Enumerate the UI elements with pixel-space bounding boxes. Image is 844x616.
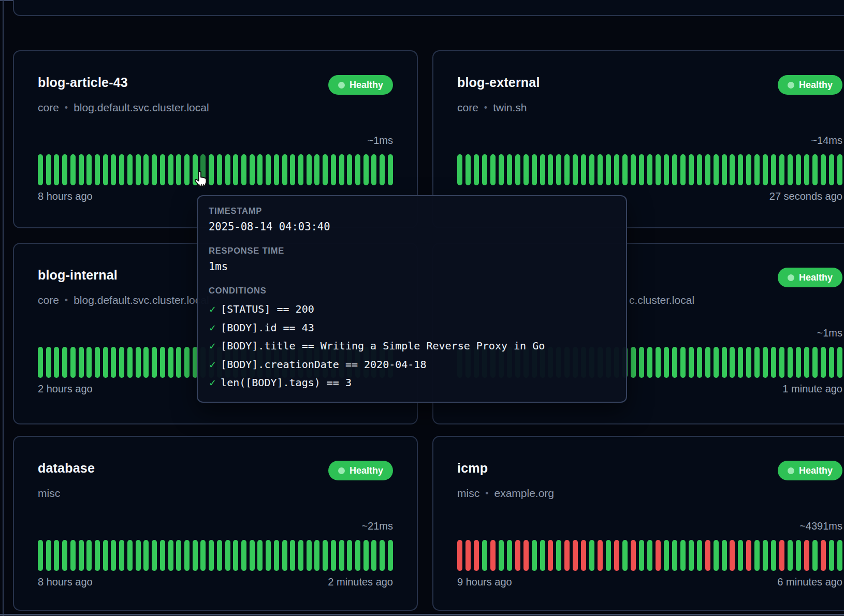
- uptime-bar[interactable]: [274, 540, 279, 571]
- uptime-bar[interactable]: [119, 540, 124, 571]
- uptime-bar[interactable]: [46, 540, 51, 571]
- uptime-bar[interactable]: [746, 347, 751, 378]
- uptime-bar[interactable]: [136, 347, 141, 378]
- uptime-bar[interactable]: [70, 154, 76, 185]
- uptime-bar[interactable]: [103, 347, 108, 378]
- uptime-bar[interactable]: [355, 540, 360, 571]
- uptime-bar[interactable]: [837, 154, 842, 185]
- uptime-bars[interactable]: [457, 154, 842, 185]
- uptime-bar[interactable]: [241, 540, 246, 571]
- uptime-bar[interactable]: [589, 154, 594, 185]
- uptime-bar[interactable]: [656, 540, 661, 571]
- uptime-bar[interactable]: [754, 347, 760, 378]
- uptime-bar[interactable]: [622, 540, 628, 571]
- uptime-bar[interactable]: [152, 347, 157, 378]
- uptime-bar[interactable]: [656, 347, 661, 378]
- uptime-bar[interactable]: [705, 154, 710, 185]
- uptime-bar[interactable]: [796, 540, 801, 571]
- uptime-bar[interactable]: [38, 540, 43, 571]
- uptime-bar[interactable]: [697, 347, 702, 378]
- uptime-bar[interactable]: [290, 540, 295, 571]
- uptime-bar[interactable]: [639, 154, 644, 185]
- uptime-bar[interactable]: [474, 540, 479, 571]
- uptime-bar[interactable]: [647, 347, 652, 378]
- uptime-bar[interactable]: [515, 540, 520, 571]
- uptime-bar[interactable]: [62, 540, 67, 571]
- uptime-bar[interactable]: [95, 347, 100, 378]
- uptime-bar[interactable]: [314, 540, 319, 571]
- uptime-bar[interactable]: [111, 540, 116, 571]
- uptime-bar[interactable]: [556, 540, 561, 571]
- uptime-bar[interactable]: [111, 347, 116, 378]
- uptime-bar[interactable]: [672, 347, 677, 378]
- uptime-bar[interactable]: [689, 347, 694, 378]
- uptime-bar[interactable]: [631, 540, 636, 571]
- uptime-bar[interactable]: [738, 540, 743, 571]
- uptime-bar[interactable]: [697, 154, 702, 185]
- uptime-bar[interactable]: [763, 154, 768, 185]
- uptime-bar[interactable]: [298, 540, 303, 571]
- uptime-bar[interactable]: [46, 154, 51, 185]
- uptime-bar[interactable]: [474, 154, 479, 185]
- uptime-bar[interactable]: [143, 540, 149, 571]
- uptime-bar[interactable]: [457, 154, 462, 185]
- uptime-bar[interactable]: [606, 540, 611, 571]
- uptime-bar[interactable]: [363, 540, 369, 571]
- uptime-bar[interactable]: [241, 154, 246, 185]
- uptime-bar[interactable]: [184, 154, 190, 185]
- uptime-bar[interactable]: [540, 154, 545, 185]
- uptime-bar[interactable]: [689, 154, 694, 185]
- uptime-bar[interactable]: [804, 540, 809, 571]
- uptime-bar[interactable]: [70, 540, 76, 571]
- uptime-bar[interactable]: [771, 154, 776, 185]
- uptime-bar[interactable]: [664, 154, 669, 185]
- uptime-bar[interactable]: [355, 154, 360, 185]
- uptime-bar[interactable]: [622, 154, 628, 185]
- uptime-bar[interactable]: [639, 347, 644, 378]
- uptime-bar[interactable]: [763, 347, 768, 378]
- uptime-bar[interactable]: [307, 540, 312, 571]
- uptime-bar[interactable]: [499, 540, 504, 571]
- uptime-bar[interactable]: [250, 540, 255, 571]
- uptime-bar[interactable]: [705, 540, 710, 571]
- uptime-bar[interactable]: [614, 540, 619, 571]
- uptime-bar[interactable]: [656, 154, 661, 185]
- uptime-bar[interactable]: [812, 347, 818, 378]
- uptime-bar[interactable]: [339, 154, 344, 185]
- uptime-bar[interactable]: [363, 154, 369, 185]
- uptime-bar[interactable]: [812, 540, 818, 571]
- uptime-bar[interactable]: [217, 540, 222, 571]
- uptime-bar[interactable]: [779, 540, 784, 571]
- uptime-bar[interactable]: [490, 154, 496, 185]
- uptime-bar[interactable]: [705, 347, 710, 378]
- uptime-bar[interactable]: [457, 540, 462, 571]
- uptime-bar[interactable]: [184, 540, 190, 571]
- uptime-bar[interactable]: [788, 154, 793, 185]
- uptime-bar[interactable]: [680, 154, 686, 185]
- uptime-bar[interactable]: [152, 540, 157, 571]
- uptime-bar[interactable]: [581, 154, 586, 185]
- uptime-bar[interactable]: [672, 154, 677, 185]
- uptime-bar[interactable]: [95, 540, 100, 571]
- uptime-bar[interactable]: [347, 154, 352, 185]
- uptime-bar[interactable]: [86, 154, 92, 185]
- uptime-bar[interactable]: [664, 347, 669, 378]
- uptime-bar[interactable]: [556, 154, 561, 185]
- uptime-bar[interactable]: [290, 154, 295, 185]
- uptime-bar[interactable]: [788, 347, 793, 378]
- uptime-bar[interactable]: [515, 154, 520, 185]
- uptime-bar[interactable]: [79, 540, 84, 571]
- uptime-bar[interactable]: [837, 540, 842, 571]
- uptime-bar[interactable]: [788, 540, 793, 571]
- uptime-bar[interactable]: [79, 154, 84, 185]
- uptime-bar[interactable]: [581, 540, 586, 571]
- uptime-bar[interactable]: [664, 540, 669, 571]
- uptime-bar[interactable]: [371, 154, 376, 185]
- uptime-bar[interactable]: [388, 540, 393, 571]
- uptime-bar[interactable]: [598, 154, 603, 185]
- uptime-bar[interactable]: [465, 540, 471, 571]
- uptime-bar[interactable]: [127, 540, 133, 571]
- uptime-bar[interactable]: [821, 347, 826, 378]
- uptime-bar[interactable]: [127, 347, 133, 378]
- uptime-bar[interactable]: [697, 540, 702, 571]
